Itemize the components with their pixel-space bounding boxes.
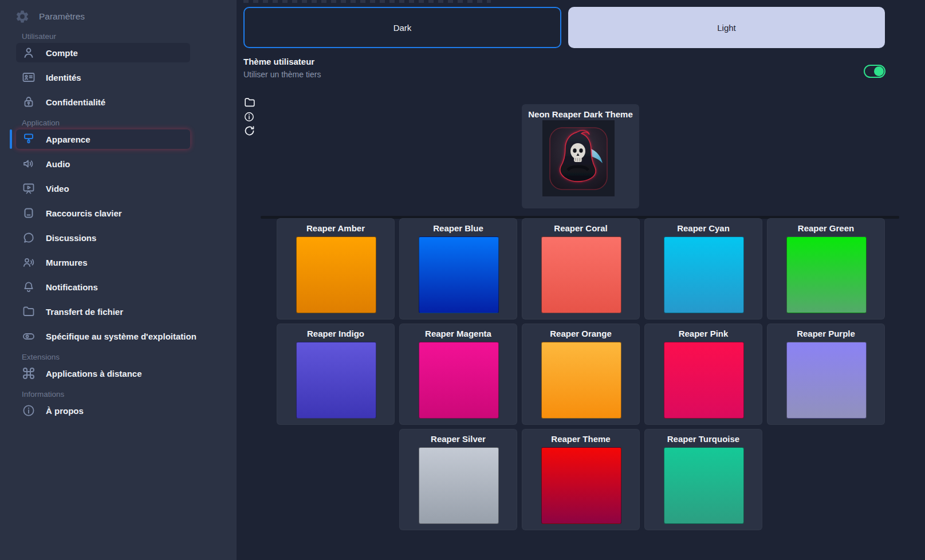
theme-swatch (296, 342, 376, 419)
sidebar-section-label: Application (22, 119, 237, 127)
theme-card-title: Reaper Theme (522, 434, 639, 444)
theme-card-reaper-coral[interactable]: Reaper Coral (522, 218, 640, 320)
open-theme-folder-icon[interactable] (243, 96, 256, 109)
settings-sidebar: Paramètres UtilisateurCompteIdentitésCon… (0, 0, 237, 560)
sidebar-item-raccourcis-clavier[interactable]: Raccourcis clavier (16, 203, 190, 223)
theme-swatch (541, 447, 621, 524)
toggle-icon (22, 329, 36, 343)
whisper-icon (22, 255, 36, 269)
sidebar-item-label: Audio (46, 159, 70, 169)
user-theme-title: Thème utilisateur (243, 57, 314, 66)
sidebar-item-label: Notifications (46, 282, 98, 292)
sidebar-item-compte[interactable]: Compte (16, 43, 190, 62)
sidebar-item-label: Raccourcis clavier (46, 208, 122, 218)
theme-card-title: Reaper Amber (277, 223, 394, 233)
theme-card-title: Reaper Green (767, 223, 884, 233)
current-theme-card: Neon Reaper Dark Theme (522, 104, 639, 208)
theme-swatch (419, 447, 499, 524)
theme-card-reaper-purple[interactable]: Reaper Purple (767, 324, 885, 425)
theme-swatch (664, 447, 744, 524)
theme-swatch (664, 342, 744, 419)
light-mode-button[interactable]: Light (568, 7, 885, 48)
sidebar-section-label: Informations (22, 390, 237, 399)
dark-mode-button[interactable]: Dark (243, 7, 561, 48)
user-theme-subtitle: Utiliser un thème tiers (243, 70, 321, 79)
theme-card-reaper-orange[interactable]: Reaper Orange (522, 324, 640, 425)
folder-icon (22, 305, 36, 318)
reaper-image (548, 124, 609, 193)
current-theme-preview (542, 120, 615, 196)
info-icon (22, 404, 36, 417)
theme-card-title: Reaper Purple (767, 329, 884, 338)
sidebar-item-confidentialite[interactable]: Confidentialité (16, 92, 190, 112)
theme-card-title: Reaper Cyan (645, 223, 762, 233)
theme-card-reaper-pink[interactable]: Reaper Pink (644, 324, 762, 425)
theme-card-title: Reaper Pink (645, 329, 762, 338)
theme-card-reaper-magenta[interactable]: Reaper Magenta (399, 324, 517, 425)
settings-window: Paramètres UtilisateurCompteIdentitésCon… (0, 0, 925, 560)
theme-card-reaper-cyan[interactable]: Reaper Cyan (644, 218, 762, 320)
sidebar-item-specifique-au-systeme-d-exploitation[interactable]: Spécifique au système d'exploitation (16, 326, 190, 346)
sidebar-item-label: Spécifique au système d'exploitation (46, 332, 196, 341)
theme-card-reaper-blue[interactable]: Reaper Blue (399, 218, 517, 320)
command-icon (22, 366, 36, 380)
toggle-knob (874, 66, 884, 76)
theme-card-reaper-amber[interactable]: Reaper Amber (277, 218, 395, 320)
sidebar-item-discussions[interactable]: Discussions (16, 228, 190, 247)
theme-card-title: Reaper Orange (522, 329, 639, 338)
theme-swatch (419, 236, 499, 313)
theme-info-icon[interactable] (243, 111, 256, 124)
sidebar-item-label: Transfert de fichier (46, 307, 123, 317)
sidebar-header: Paramètres (15, 8, 237, 25)
sidebar-item-notifications[interactable]: Notifications (16, 277, 190, 297)
sidebar-item-apparence[interactable]: Apparence (16, 129, 190, 149)
sidebar-item-label: Murmures (46, 258, 88, 267)
sidebar-nav: UtilisateurCompteIdentitésConfidentialit… (0, 32, 237, 420)
theme-card-title: Reaper Blue (400, 223, 517, 233)
sidebar-item-label: Confidentialité (46, 97, 105, 107)
sidebar-item-murmures[interactable]: Murmures (16, 253, 190, 272)
sidebar-item-video[interactable]: Video (16, 179, 190, 198)
video-icon (22, 182, 36, 195)
lock-icon (22, 95, 36, 109)
sidebar-item-label: Apparence (46, 135, 90, 144)
theme-card-reaper-green[interactable]: Reaper Green (767, 218, 885, 320)
sidebar-item-label: Applications à distance (46, 369, 142, 378)
sidebar-section-label: Utilisateur (22, 32, 237, 41)
sidebar-item-applications-a-distance[interactable]: Applications à distance (16, 364, 190, 383)
refresh-theme-icon[interactable] (243, 125, 256, 137)
theme-card-reaper-indigo[interactable]: Reaper Indigo (277, 324, 395, 425)
theme-card-reaper-theme[interactable]: Reaper Theme (522, 429, 640, 530)
person-icon (22, 46, 36, 60)
sidebar-title: Paramètres (39, 11, 85, 22)
id-card-icon (22, 70, 36, 84)
sidebar-item-label: Video (46, 184, 69, 194)
theme-swatch (541, 342, 621, 419)
theme-swatch (541, 236, 621, 313)
theme-card-reaper-silver[interactable]: Reaper Silver (399, 429, 517, 530)
sidebar-item-audio[interactable]: Audio (16, 154, 190, 173)
theme-card-title: Reaper Turquoise (645, 434, 762, 444)
sidebar-item-label: À propos (46, 406, 84, 416)
key-icon (22, 206, 36, 220)
sidebar-section-label: Extensions (22, 353, 237, 361)
sidebar-item-a-propos[interactable]: À propos (16, 401, 190, 420)
current-theme-name: Neon Reaper Dark Theme (522, 109, 639, 119)
sidebar-item-transfert-de-fichier[interactable]: Transfert de fichier (16, 302, 190, 321)
theme-swatch (786, 236, 867, 313)
gear-icon (15, 9, 30, 24)
sidebar-item-label: Compte (46, 48, 78, 58)
theme-swatch (419, 342, 499, 419)
theme-card-title: Reaper Indigo (277, 329, 394, 338)
speaker-icon (22, 157, 36, 171)
theme-card-title: Reaper Magenta (400, 329, 517, 338)
sidebar-item-identites[interactable]: Identités (16, 68, 190, 87)
theme-swatch (786, 342, 867, 419)
theme-card-reaper-turquoise[interactable]: Reaper Turquoise (644, 429, 762, 530)
sidebar-item-label: Discussions (46, 233, 96, 243)
theme-swatch (296, 236, 376, 313)
theme-swatch (664, 236, 744, 313)
bell-icon (22, 280, 36, 294)
user-theme-toggle[interactable] (864, 65, 885, 78)
chat-icon (22, 231, 36, 244)
